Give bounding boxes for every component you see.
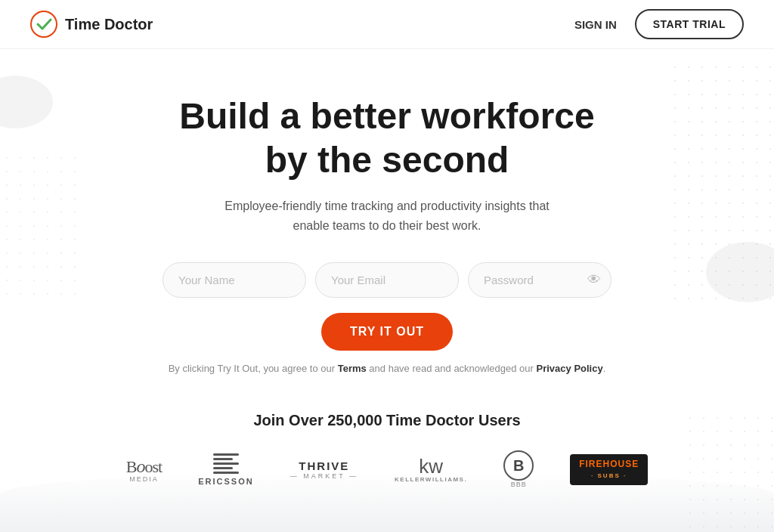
logos-section: Join Over 250,000 Time Doctor Users Boos… bbox=[0, 412, 774, 488]
firehouse-text: FIREHOUSE · SUBS · bbox=[570, 454, 648, 485]
name-input[interactable] bbox=[163, 262, 306, 298]
logo-text: Time Doctor bbox=[65, 16, 153, 33]
firehouse-subtext: · SUBS · bbox=[591, 472, 627, 479]
logo-thrive-market: THRIVE — MARKET — bbox=[290, 459, 358, 480]
logo-boost-media: Boost MEDIA bbox=[126, 456, 162, 483]
ericsson-line-5 bbox=[213, 472, 239, 474]
terms-text: By clicking Try It Out, you agree to our… bbox=[169, 363, 606, 374]
try-it-out-button[interactable]: TRY IT OUT bbox=[321, 313, 453, 351]
thrive-subtext: — MARKET — bbox=[290, 472, 358, 480]
privacy-policy-link[interactable]: Privacy Policy bbox=[537, 363, 603, 374]
ericsson-text: ERICSSON bbox=[198, 477, 253, 486]
signup-form: 👁 bbox=[163, 262, 611, 298]
terms-prefix: By clicking Try It Out, you agree to our bbox=[169, 363, 338, 374]
navbar: Time Doctor SIGN IN START TRIAL bbox=[0, 0, 774, 49]
ericsson-line-2 bbox=[213, 458, 233, 460]
hero-title: Build a better workforce by the second bbox=[179, 94, 594, 181]
thrive-text: THRIVE bbox=[299, 459, 349, 472]
kw-main-text: kw bbox=[395, 456, 467, 476]
hero-title-line2: by the second bbox=[265, 140, 509, 180]
logo-area[interactable]: Time Doctor bbox=[30, 11, 153, 38]
kw-sub-text: KELLERWILLIAMS. bbox=[395, 476, 467, 483]
logo-ericsson: ERICSSON bbox=[198, 453, 253, 486]
hero-title-line1: Build a better workforce bbox=[179, 96, 594, 136]
bbb-label: BBB bbox=[511, 481, 527, 488]
password-wrapper: 👁 bbox=[468, 262, 611, 298]
ericsson-lines bbox=[213, 453, 239, 474]
bbb-circle: B bbox=[503, 450, 534, 481]
ericsson-line-1 bbox=[213, 453, 239, 456]
logo-icon bbox=[30, 11, 57, 38]
nav-right: SIGN IN START TRIAL bbox=[574, 9, 744, 39]
boost-subtext: MEDIA bbox=[129, 475, 159, 483]
main-content: Build a better workforce by the second E… bbox=[0, 49, 774, 488]
logos-section-title: Join Over 250,000 Time Doctor Users bbox=[253, 412, 520, 429]
svg-point-0 bbox=[31, 11, 57, 37]
boost-text: Boost bbox=[126, 456, 162, 477]
logo-firehouse-subs: FIREHOUSE · SUBS · bbox=[570, 454, 648, 485]
start-trial-button[interactable]: START TRIAL bbox=[635, 9, 744, 39]
bbb-icon-text: B bbox=[513, 457, 524, 475]
sign-in-link[interactable]: SIGN IN bbox=[574, 18, 617, 31]
terms-suffix: . bbox=[603, 363, 606, 374]
eye-icon[interactable]: 👁 bbox=[587, 272, 601, 288]
hero-subtitle: Employee-friendly time tracking and prod… bbox=[224, 196, 550, 235]
email-input[interactable] bbox=[315, 262, 459, 298]
logo-bbb: B BBB bbox=[503, 450, 534, 488]
logos-row: Boost MEDIA ERICSSON THRIVE — MARKET — bbox=[126, 450, 648, 488]
ericsson-line-4 bbox=[213, 467, 233, 469]
ericsson-line-3 bbox=[213, 462, 239, 465]
terms-middle: and have read and acknowledged our bbox=[367, 363, 537, 374]
logo-keller-williams: kw KELLERWILLIAMS. bbox=[395, 456, 467, 483]
terms-link[interactable]: Terms bbox=[338, 363, 367, 374]
